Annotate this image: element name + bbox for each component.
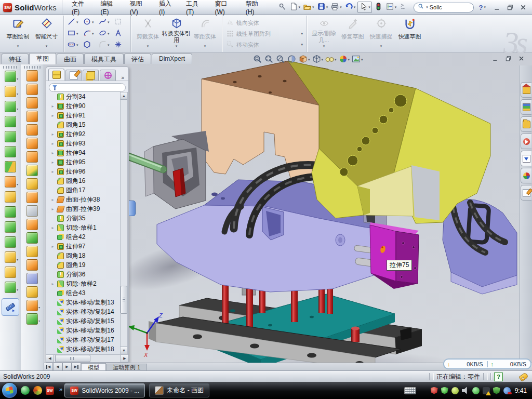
edit-appearance-button[interactable]: ▾ bbox=[338, 54, 350, 65]
convert-entities-button[interactable]: 转换实体引用▾ bbox=[162, 16, 191, 52]
mold-toolbar-icon-7[interactable] bbox=[25, 151, 39, 163]
previous-study-button[interactable]: ◀ bbox=[53, 363, 62, 371]
expand-icon[interactable]: ▸ bbox=[50, 104, 55, 109]
mold-toolbar-icon-18[interactable]: ▾ bbox=[25, 299, 39, 312]
expand-icon[interactable]: ▸ bbox=[50, 132, 55, 137]
tree-item[interactable]: 实体-移动/复制16 bbox=[48, 326, 119, 335]
search-box[interactable]: ▾ bbox=[414, 3, 473, 12]
tree-item[interactable]: ▸拉伸91 bbox=[48, 111, 119, 120]
dropdown-icon[interactable]: ▾ bbox=[17, 77, 18, 81]
options-list-button[interactable]: ▾ bbox=[385, 2, 397, 13]
users-blocked-tray-icon[interactable] bbox=[503, 387, 511, 394]
text-tool-tool[interactable] bbox=[113, 28, 128, 39]
doc-close-button[interactable] bbox=[517, 55, 526, 62]
zoom-cursor-button[interactable] bbox=[275, 54, 285, 65]
dropdown-icon[interactable]: ▾ bbox=[38, 305, 40, 309]
search-dropdown-icon[interactable]: ▾ bbox=[426, 5, 428, 9]
tab-特征[interactable]: 特征 bbox=[2, 54, 29, 64]
save-button[interactable]: ▾ bbox=[316, 2, 329, 13]
minimize-button[interactable] bbox=[493, 4, 502, 11]
dropdown-icon[interactable]: ▾ bbox=[17, 92, 18, 96]
menu-插入(I)[interactable]: 插入(I) bbox=[154, 0, 181, 17]
feature-manager-tab[interactable] bbox=[48, 69, 64, 81]
slot-tool[interactable]: ▾ bbox=[66, 39, 82, 51]
tab-DimXpert[interactable]: DimXpert bbox=[152, 54, 192, 64]
dropdown-icon[interactable]: ▾ bbox=[368, 5, 370, 9]
design-library-tab[interactable] bbox=[521, 99, 531, 115]
tree-item[interactable]: ▸切除-放样2 bbox=[48, 279, 119, 288]
volume-tray-icon[interactable] bbox=[462, 387, 469, 394]
measure-tool-button-selected[interactable] bbox=[2, 298, 19, 316]
mold-toolbar-icon-9[interactable] bbox=[25, 178, 39, 190]
dropdown-icon[interactable]: ▾ bbox=[76, 32, 78, 36]
dropdown-icon[interactable]: ▾ bbox=[76, 20, 78, 24]
dropdown-icon[interactable]: ▾ bbox=[299, 5, 301, 9]
keyboard-tray-icon[interactable] bbox=[404, 387, 416, 394]
dropdown-icon[interactable]: ▾ bbox=[312, 5, 314, 9]
sync-green-tray-icon[interactable] bbox=[472, 387, 480, 394]
overflow-dots-button[interactable] bbox=[398, 2, 408, 13]
tree-item[interactable]: 圆角16 bbox=[48, 176, 119, 185]
dropdown-icon[interactable]: ▾ bbox=[395, 5, 397, 9]
tree-item[interactable]: ▸切除-放样1 bbox=[48, 223, 119, 232]
dropdown-icon[interactable]: ▾ bbox=[176, 44, 178, 48]
dropdown-icon[interactable]: ▾ bbox=[308, 58, 310, 62]
expand-icon[interactable]: ▸ bbox=[50, 141, 55, 146]
dropdown-icon[interactable]: ▾ bbox=[76, 43, 78, 47]
expand-icon[interactable]: ▸ bbox=[50, 244, 55, 249]
messenger-launch-button[interactable] bbox=[21, 386, 30, 395]
custom-properties-tab[interactable] bbox=[521, 185, 531, 201]
mold-toolbar-icon-13[interactable] bbox=[25, 232, 39, 244]
features-toolbar-icon-7[interactable] bbox=[4, 160, 17, 174]
dropdown-icon[interactable]: ▾ bbox=[322, 58, 324, 62]
scroll-down-icon[interactable]: ▼ bbox=[121, 347, 127, 354]
point-tool[interactable] bbox=[113, 39, 128, 51]
expand-icon[interactable]: ▸ bbox=[50, 169, 55, 174]
features-toolbar-icon-4[interactable] bbox=[4, 115, 17, 128]
sketch-pencil-button[interactable]: 草图绘制▾ bbox=[4, 16, 32, 52]
doc-restore-button[interactable] bbox=[504, 55, 513, 62]
mold-toolbar-icon-5[interactable] bbox=[25, 124, 39, 136]
expand-icon[interactable]: ▸ bbox=[50, 197, 55, 202]
next-study-button[interactable]: ▶ bbox=[62, 363, 72, 371]
panel-expand-icon[interactable]: » bbox=[119, 75, 126, 81]
tree-item[interactable]: ▸拉伸92 bbox=[48, 129, 119, 139]
first-study-button[interactable]: ◀ bbox=[44, 363, 53, 371]
restore-button[interactable] bbox=[506, 4, 515, 11]
scroll-left-icon[interactable]: ◀ bbox=[46, 355, 54, 362]
panel-splitter-handle[interactable] bbox=[129, 201, 136, 216]
tree-item[interactable]: 实体-移动/复制13 bbox=[48, 298, 119, 307]
apply-scene-button[interactable]: ▾ bbox=[351, 54, 363, 65]
dropdown-icon[interactable]: ▾ bbox=[340, 5, 342, 9]
tree-item[interactable]: 实体-移动/复制15 bbox=[48, 316, 119, 326]
tree-item[interactable]: 圆角19 bbox=[48, 260, 119, 270]
tree-item[interactable]: ▸曲面-拉伸38 bbox=[48, 195, 119, 204]
expand-icon[interactable]: ▸ bbox=[50, 225, 55, 230]
rebuild-traffic-light-button[interactable] bbox=[374, 2, 383, 13]
tree-scroll-thumb[interactable] bbox=[121, 286, 127, 314]
quick-launch-expand-icon[interactable]: » bbox=[59, 386, 62, 392]
file-explorer-tab[interactable] bbox=[521, 116, 531, 132]
badge-green-tray-icon[interactable] bbox=[451, 387, 459, 394]
tree-item[interactable]: ▸拉伸97 bbox=[48, 242, 119, 251]
menu-视图(V)[interactable]: 视图(V) bbox=[125, 0, 154, 17]
polygon-tool[interactable] bbox=[82, 39, 97, 51]
security-red-tray-icon[interactable] bbox=[431, 387, 438, 394]
features-toolbar-icon-15[interactable]: ▾ bbox=[4, 281, 17, 294]
tree-hscroll-thumb[interactable] bbox=[55, 355, 90, 362]
tree-vertical-scrollbar[interactable]: ▲ ▼ bbox=[120, 92, 128, 354]
tag-icon[interactable] bbox=[518, 372, 528, 381]
select-box-tool[interactable] bbox=[113, 17, 128, 28]
defender-plus-tray-icon[interactable] bbox=[493, 387, 500, 394]
mold-toolbar-icon-6[interactable] bbox=[25, 137, 39, 150]
tree-item[interactable]: 实体-移动/复制18 bbox=[48, 344, 119, 354]
expand-icon[interactable]: ▸ bbox=[50, 113, 55, 118]
dropdown-icon[interactable]: ▾ bbox=[108, 43, 110, 47]
taskbar-task[interactable]: 未命名 - 画图 bbox=[149, 383, 209, 397]
appearances-tab[interactable] bbox=[521, 168, 531, 183]
dropdown-icon[interactable]: ▾ bbox=[17, 107, 18, 111]
network-warning-tray-icon[interactable] bbox=[483, 387, 490, 394]
shield-green-tray-icon[interactable] bbox=[441, 387, 448, 394]
menu-编辑(E)[interactable]: 编辑(E) bbox=[96, 0, 125, 17]
features-toolbar-icon-9[interactable] bbox=[4, 190, 17, 204]
